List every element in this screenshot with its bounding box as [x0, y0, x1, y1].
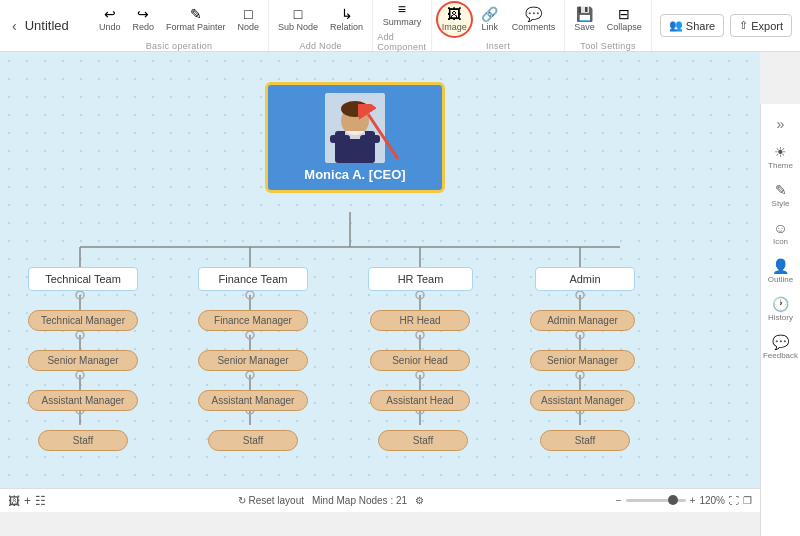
role-senior-manager-fin[interactable]: Senior Manager: [198, 350, 308, 371]
format-painter-label: Format Painter: [166, 22, 226, 32]
sub-node-icon: □: [294, 7, 302, 21]
summary-label: Summary: [383, 17, 422, 27]
relation-label: Relation: [330, 22, 363, 32]
role-staff-fin[interactable]: Staff: [208, 430, 298, 451]
redo-button[interactable]: ↪ Redo: [128, 5, 160, 34]
role-finance-manager[interactable]: Finance Manager: [198, 310, 308, 331]
role-assistant-manager-tech[interactable]: Assistant Manager: [28, 390, 138, 411]
sidebar-item-icon[interactable]: ☺ Icon: [763, 216, 799, 250]
right-sidebar: » ☀ Theme ✎ Style ☺ Icon 👤 Outline 🕐 His…: [760, 104, 800, 536]
share-label: Share: [686, 20, 715, 32]
team-label-hr: HR Team: [398, 273, 444, 285]
link-label: Link: [482, 22, 499, 32]
summary-button[interactable]: ≡ Summary: [378, 0, 427, 29]
node-label: Node: [238, 22, 260, 32]
sidebar-item-history[interactable]: 🕐 History: [763, 292, 799, 326]
role-label: Admin Manager: [547, 315, 618, 326]
grid-status-icon[interactable]: ☷: [35, 494, 46, 508]
role-staff-admin[interactable]: Staff: [540, 430, 630, 451]
zoom-slider[interactable]: [626, 499, 686, 502]
role-hr-head[interactable]: HR Head: [370, 310, 470, 331]
team-node-hr[interactable]: HR Team: [368, 267, 473, 291]
redo-label: Redo: [133, 22, 155, 32]
image-status-icon[interactable]: 🖼: [8, 494, 20, 508]
summary-icon: ≡: [398, 2, 406, 16]
format-painter-button[interactable]: ✎ Format Painter: [161, 5, 231, 34]
share-icon: 👥: [669, 19, 683, 32]
add-node-label: Add Node: [299, 41, 341, 51]
comments-icon: 💬: [525, 7, 542, 21]
zoom-thumb: [668, 495, 678, 505]
reset-layout[interactable]: ↻ Reset layout: [238, 495, 304, 506]
main-layout: Monica A. [CEO] Technical Team Technical…: [0, 52, 800, 536]
sidebar-item-outline[interactable]: 👤 Outline: [763, 254, 799, 288]
undo-button[interactable]: ↩ Undo: [94, 5, 126, 34]
sub-node-button[interactable]: □ Sub Node: [273, 5, 323, 34]
undo-icon: ↩: [104, 7, 116, 21]
role-staff-hr[interactable]: Staff: [378, 430, 468, 451]
svg-point-23: [76, 331, 84, 339]
expand-button[interactable]: ❐: [743, 495, 752, 506]
collapse-sidebar-button[interactable]: »: [773, 112, 789, 136]
role-assistant-manager-admin[interactable]: Assistant Manager: [530, 390, 635, 411]
role-label: Technical Manager: [41, 315, 125, 326]
back-button[interactable]: ‹: [8, 14, 21, 38]
toolbar-right: 👥 Share ⇧ Export: [652, 14, 800, 37]
role-technical-manager[interactable]: Technical Manager: [28, 310, 138, 331]
status-icons: 🖼 + ☷: [8, 494, 46, 508]
sidebar-item-theme[interactable]: ☀ Theme: [763, 140, 799, 174]
team-node-technical[interactable]: Technical Team: [28, 267, 138, 291]
image-button[interactable]: 🖼 Image: [436, 1, 473, 38]
collapse-button[interactable]: ⊟ Collapse: [602, 5, 647, 34]
outline-icon: 👤: [772, 258, 789, 274]
fullscreen-button[interactable]: ⛶: [729, 495, 739, 506]
sidebar-item-style[interactable]: ✎ Style: [763, 178, 799, 212]
tool-settings-group: 💾 Save ⊟ Collapse Tool Settings: [565, 0, 652, 51]
image-icon: 🖼: [447, 7, 461, 21]
relation-button[interactable]: ↳ Relation: [325, 5, 368, 34]
outline-label: Outline: [768, 275, 793, 284]
role-label: Assistant Manager: [541, 395, 624, 406]
role-staff-tech[interactable]: Staff: [38, 430, 128, 451]
role-senior-manager-admin[interactable]: Senior Manager: [530, 350, 635, 371]
export-button[interactable]: ⇧ Export: [730, 14, 792, 37]
canvas-area[interactable]: Monica A. [CEO] Technical Team Technical…: [0, 52, 760, 512]
icon-label: Icon: [773, 237, 788, 246]
ceo-avatar-svg: [325, 93, 385, 163]
settings-icon[interactable]: ⚙: [415, 495, 424, 506]
role-label: Senior Manager: [47, 355, 118, 366]
share-button[interactable]: 👥 Share: [660, 14, 724, 37]
insert-group: 🖼 Image 🔗 Link 💬 Comments Insert: [432, 0, 566, 51]
team-node-finance[interactable]: Finance Team: [198, 267, 308, 291]
role-senior-manager-tech[interactable]: Senior Manager: [28, 350, 138, 371]
node-button[interactable]: □ Node: [233, 5, 265, 34]
zoom-in-button[interactable]: +: [690, 495, 696, 506]
role-label: Assistant Head: [386, 395, 453, 406]
toolbar-groups: ↩ Undo ↪ Redo ✎ Format Painter □ Node Ba…: [90, 0, 652, 51]
export-icon: ⇧: [739, 19, 748, 32]
role-admin-manager[interactable]: Admin Manager: [530, 310, 635, 331]
role-label: Finance Manager: [214, 315, 292, 326]
save-button[interactable]: 💾 Save: [569, 5, 600, 34]
role-label: Staff: [73, 435, 93, 446]
mind-map-nodes: Mind Map Nodes : 21: [312, 495, 407, 506]
toolbar-left: ‹ Untitled: [0, 14, 90, 38]
link-button[interactable]: 🔗 Link: [475, 5, 505, 34]
role-assistant-manager-fin[interactable]: Assistant Manager: [198, 390, 308, 411]
redo-icon: ↪: [137, 7, 149, 21]
ceo-name: Monica A. [CEO]: [304, 167, 405, 182]
zoom-out-button[interactable]: −: [616, 495, 622, 506]
sub-node-label: Sub Node: [278, 22, 318, 32]
comments-button[interactable]: 💬 Comments: [507, 5, 561, 34]
ceo-node[interactable]: Monica A. [CEO]: [265, 82, 445, 193]
team-node-admin[interactable]: Admin: [535, 267, 635, 291]
role-senior-head-hr[interactable]: Senior Head: [370, 350, 470, 371]
role-label: Staff: [243, 435, 263, 446]
plus-status-icon[interactable]: +: [24, 494, 31, 508]
zoom-level: 120%: [699, 495, 725, 506]
role-assistant-head-hr[interactable]: Assistant Head: [370, 390, 470, 411]
format-painter-icon: ✎: [190, 7, 202, 21]
sidebar-item-feedback[interactable]: 💬 Feedback: [763, 330, 799, 364]
link-icon: 🔗: [481, 7, 498, 21]
insert-label: Insert: [486, 41, 510, 51]
